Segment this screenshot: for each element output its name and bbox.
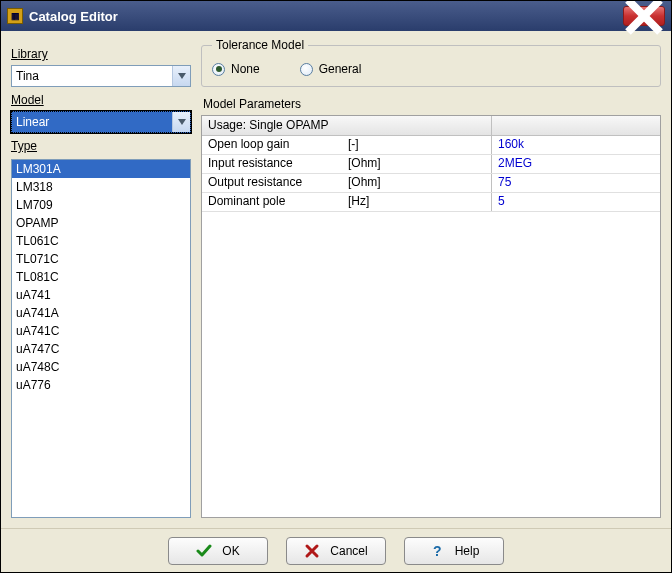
button-label: OK [222,544,239,558]
param-unit: [-] [348,137,359,153]
ok-button[interactable]: OK [168,537,268,565]
title-bar: ▦ Catalog Editor [1,1,671,31]
radio-icon [212,63,225,76]
param-value[interactable]: 75 [492,174,660,192]
left-column: Library Tina Model Linear Type LM301ALM3… [11,41,191,518]
check-icon [196,543,212,559]
radio-icon [300,63,313,76]
table-header: Usage: Single OPAMP [202,116,660,136]
cross-icon [304,543,320,559]
tolerance-none-radio[interactable]: None [212,62,260,76]
parameters-table[interactable]: Usage: Single OPAMP Open loop gain[-]160… [201,115,661,518]
close-button[interactable] [623,6,665,26]
list-item[interactable]: LM709 [12,196,190,214]
param-value[interactable]: 160k [492,136,660,154]
radio-label: None [231,62,260,76]
help-button[interactable]: ? Help [404,537,504,565]
list-item[interactable]: uA747C [12,340,190,358]
app-icon: ▦ [7,8,23,24]
button-bar: OK Cancel ? Help [1,528,671,572]
library-select-value: Tina [16,69,39,83]
list-item[interactable]: uA776 [12,376,190,394]
tolerance-groupbox: Tolerance Model None General [201,45,661,87]
list-item[interactable]: TL061C [12,232,190,250]
table-header-value [492,116,660,135]
table-row[interactable]: Dominant pole[Hz]5 [202,193,660,212]
tolerance-legend: Tolerance Model [212,38,308,52]
library-select[interactable]: Tina [11,65,191,87]
dropdown-arrow-icon [172,112,190,132]
table-row[interactable]: Input resistance[Ohm]2MEG [202,155,660,174]
model-label: Model [11,93,191,107]
model-parameters-label: Model Parameters [203,97,661,111]
cancel-button[interactable]: Cancel [286,537,386,565]
param-unit: [Hz] [348,194,369,210]
table-header-usage: Usage: Single OPAMP [202,116,492,135]
tolerance-general-radio[interactable]: General [300,62,362,76]
dropdown-arrow-icon [172,66,190,86]
library-label: Library [11,47,191,61]
param-unit: [Ohm] [348,175,381,191]
param-name: Dominant pole [208,194,348,210]
model-select-value: Linear [16,115,49,129]
param-name: Open loop gain [208,137,348,153]
button-label: Help [455,544,480,558]
table-row[interactable]: Open loop gain[-]160k [202,136,660,155]
table-row[interactable]: Output resistance[Ohm]75 [202,174,660,193]
question-icon: ? [429,543,445,559]
list-item[interactable]: uA741A [12,304,190,322]
list-item[interactable]: TL081C [12,268,190,286]
param-value[interactable]: 2MEG [492,155,660,173]
list-item[interactable]: LM318 [12,178,190,196]
type-listbox[interactable]: LM301ALM318LM709OPAMPTL061CTL071CTL081Cu… [11,159,191,518]
svg-text:?: ? [433,543,442,559]
button-label: Cancel [330,544,367,558]
list-item[interactable]: OPAMP [12,214,190,232]
list-item[interactable]: TL071C [12,250,190,268]
model-select[interactable]: Linear [11,111,191,133]
list-item[interactable]: LM301A [12,160,190,178]
param-name: Output resistance [208,175,348,191]
param-value[interactable]: 5 [492,193,660,211]
right-column: Tolerance Model None General Model Param… [201,41,661,518]
list-item[interactable]: uA741 [12,286,190,304]
list-item[interactable]: uA741C [12,322,190,340]
close-icon [624,0,664,36]
param-name: Input resistance [208,156,348,172]
list-item[interactable]: uA748C [12,358,190,376]
param-unit: [Ohm] [348,156,381,172]
window-title: Catalog Editor [29,9,623,24]
dialog-content: Library Tina Model Linear Type LM301ALM3… [1,31,671,528]
radio-label: General [319,62,362,76]
type-label: Type [11,139,191,153]
